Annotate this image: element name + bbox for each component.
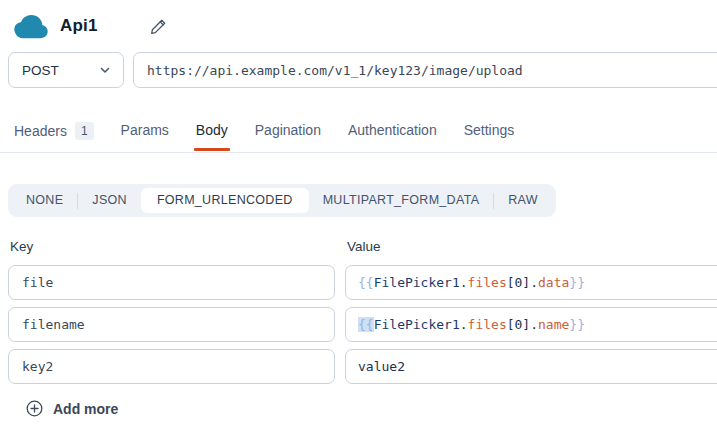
key-input[interactable] — [8, 265, 335, 300]
method-select[interactable]: POST — [8, 52, 124, 88]
value-input[interactable]: {{FilePicker1.files[0].name}} — [345, 307, 717, 342]
tab-label: Params — [121, 122, 169, 138]
tab-pagination[interactable]: Pagination — [255, 122, 321, 150]
tab-label: Settings — [464, 122, 515, 138]
tab-body[interactable]: Body — [196, 122, 228, 150]
key-column-header: Key — [8, 239, 335, 254]
tab-label: Pagination — [255, 122, 321, 138]
add-more-button[interactable]: Add more — [26, 400, 118, 417]
tab-label: Body — [196, 122, 228, 138]
tab-label: Authentication — [348, 122, 437, 138]
tab-settings[interactable]: Settings — [464, 122, 515, 150]
bodytype-raw[interactable]: RAW — [494, 188, 552, 213]
tab-label: Headers — [14, 123, 67, 139]
table-row: value2 — [8, 349, 717, 384]
page-title: Api1 — [60, 16, 98, 36]
cloud-icon — [14, 14, 48, 39]
key-input[interactable] — [8, 349, 335, 384]
method-select-value: POST — [22, 63, 59, 78]
request-row: POST — [8, 52, 717, 88]
tab-headers[interactable]: Headers 1 — [14, 122, 94, 152]
value-input[interactable]: {{FilePicker1.files[0].data}} — [345, 265, 717, 300]
key-input[interactable] — [8, 307, 335, 342]
body-type-segmented-control: NONE JSON FORM_URLENCODED MULTIPART_FORM… — [8, 184, 556, 217]
value-input[interactable]: value2 — [345, 349, 717, 384]
tab-params[interactable]: Params — [121, 122, 169, 150]
table-row: {{FilePicker1.files[0].data}} — [8, 265, 717, 300]
circle-plus-icon — [26, 400, 43, 417]
add-more-label: Add more — [53, 401, 118, 417]
chevron-down-icon — [99, 64, 111, 76]
bodytype-form-urlencoded[interactable]: FORM_URLENCODED — [141, 188, 309, 213]
pencil-icon[interactable] — [150, 18, 167, 35]
column-headers: Key Value — [8, 239, 717, 254]
tab-bar: Headers 1 Params Body Pagination Authent… — [0, 122, 717, 153]
tab-authentication[interactable]: Authentication — [348, 122, 437, 150]
value-column-header: Value — [345, 239, 717, 254]
headers-count-badge: 1 — [75, 122, 94, 140]
form-urlencoded-editor: Key Value {{FilePicker1.files[0].data}} … — [8, 239, 717, 384]
bodytype-none[interactable]: NONE — [12, 188, 77, 213]
table-row: {{FilePicker1.files[0].name}} — [8, 307, 717, 342]
bodytype-multipart-form-data[interactable]: MULTIPART_FORM_DATA — [309, 188, 494, 213]
titlebar: Api1 — [0, 0, 717, 42]
bodytype-json[interactable]: JSON — [78, 188, 141, 213]
url-input[interactable] — [133, 52, 717, 88]
